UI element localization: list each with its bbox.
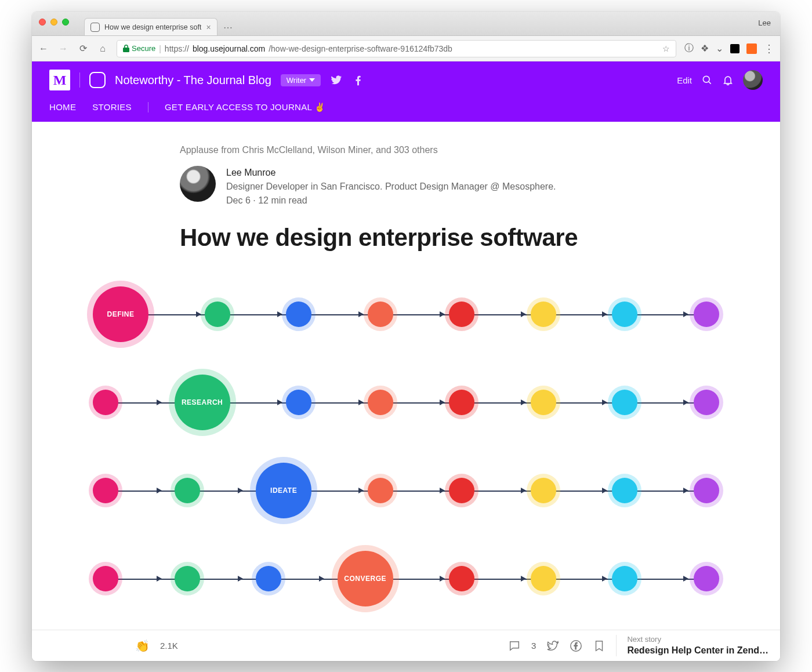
diagram-node xyxy=(205,302,230,327)
diagram-row: CONVERGE xyxy=(93,551,719,606)
search-icon[interactable] xyxy=(701,74,713,86)
forward-button[interactable]: → xyxy=(57,43,69,54)
address-bar[interactable]: Secure | https://blog.usejournal.com/how… xyxy=(117,40,676,57)
article: Applause from Chris McClelland, Wilson M… xyxy=(180,145,632,606)
publication-nav: HOME STORIES GET EARLY ACCESS TO JOURNAL… xyxy=(32,99,780,122)
arrow-icon xyxy=(440,576,445,582)
reload-button[interactable]: ⟳ xyxy=(77,43,89,54)
back-button[interactable]: ← xyxy=(38,43,49,54)
medium-logo[interactable]: M xyxy=(49,70,70,90)
bookmark-icon[interactable] xyxy=(593,640,606,652)
publication-logo[interactable] xyxy=(89,72,106,88)
info-icon[interactable]: ⓘ xyxy=(684,42,694,55)
writer-badge-label: Writer xyxy=(287,76,306,85)
arrow-icon xyxy=(358,311,364,317)
arrow-icon xyxy=(683,576,688,582)
arrow-icon xyxy=(157,488,162,493)
extension-icons: ⓘ ❖ ⌄ ⋮ xyxy=(684,42,774,55)
arrow-icon xyxy=(238,488,243,493)
comments-icon[interactable] xyxy=(508,640,521,652)
author-name[interactable]: Lee Munroe xyxy=(226,166,556,180)
nav-home[interactable]: HOME xyxy=(49,102,76,112)
tab-close-icon[interactable]: × xyxy=(206,23,211,32)
layers-icon[interactable]: ❖ xyxy=(701,43,709,54)
chrome-menu-button[interactable]: ⋮ xyxy=(764,42,774,55)
arrow-icon xyxy=(440,399,445,405)
diagram-node xyxy=(286,390,311,415)
arrow-icon xyxy=(602,311,607,317)
arrow-icon xyxy=(157,399,162,405)
diagram-node xyxy=(612,566,637,591)
diagram-node xyxy=(531,302,556,327)
byline: Lee Munroe Designer Developer in San Fra… xyxy=(180,166,632,208)
clap-icon[interactable]: 👏 xyxy=(135,639,150,653)
diagram-node xyxy=(368,302,393,327)
diagram-row: DEFINE xyxy=(93,286,719,342)
diagram-node-ideate: IDEATE xyxy=(256,463,311,518)
arrow-icon xyxy=(683,488,688,493)
comment-count: 3 xyxy=(531,641,536,651)
arrow-icon xyxy=(683,399,688,405)
arrow-icon xyxy=(319,576,324,582)
arrow-icon xyxy=(602,488,607,493)
svg-line-1 xyxy=(709,82,711,84)
window-close-button[interactable] xyxy=(39,19,46,26)
pocket-icon[interactable]: ⌄ xyxy=(716,43,723,54)
facebook-share-icon[interactable] xyxy=(570,640,582,652)
window-maximize-button[interactable] xyxy=(62,19,69,26)
nav-stories[interactable]: STORIES xyxy=(92,102,132,112)
next-story[interactable]: Next story Redesign Help Center in Zend… xyxy=(616,635,768,657)
arrow-icon xyxy=(196,311,201,317)
arrow-icon xyxy=(521,311,526,317)
diagram-node xyxy=(93,390,118,415)
user-avatar[interactable] xyxy=(743,70,763,90)
article-meta: Dec 6 · 12 min read xyxy=(226,194,556,208)
secure-indicator[interactable]: Secure xyxy=(123,44,155,53)
arrow-icon xyxy=(277,399,282,405)
process-diagram: DEFINE xyxy=(93,286,719,606)
diagram-node xyxy=(368,390,393,415)
chevron-down-icon xyxy=(309,78,315,82)
next-story-title: Redesign Help Center in Zend… xyxy=(627,645,768,657)
extension-icon[interactable] xyxy=(746,43,757,54)
publication-name[interactable]: Noteworthy - The Journal Blog xyxy=(115,74,271,87)
nav-early-access[interactable]: GET EARLY ACCESS TO JOURNAL ✌️ xyxy=(165,102,326,112)
lock-icon xyxy=(123,45,129,52)
writer-badge[interactable]: Writer xyxy=(281,74,321,86)
arrow-icon xyxy=(440,488,445,493)
home-button[interactable]: ⌂ xyxy=(97,43,108,54)
twitter-share-icon[interactable] xyxy=(546,640,559,652)
clap-count: 2.1K xyxy=(160,641,178,651)
arrow-icon xyxy=(521,399,526,405)
browser-tab[interactable]: How we design enterprise soft × xyxy=(84,18,217,35)
bookmark-star-icon[interactable]: ☆ xyxy=(662,44,670,53)
url-scheme: https:// xyxy=(165,44,189,53)
applause-line: Applause from Chris McClelland, Wilson M… xyxy=(180,145,632,155)
notifications-icon[interactable] xyxy=(722,74,734,86)
extension-icon[interactable] xyxy=(730,44,740,53)
article-scroll-area[interactable]: Applause from Chris McClelland, Wilson M… xyxy=(32,122,780,661)
diagram-node xyxy=(449,302,474,327)
diagram-node xyxy=(93,478,118,503)
diagram-node xyxy=(449,478,474,503)
edit-link[interactable]: Edit xyxy=(677,75,692,85)
window-minimize-button[interactable] xyxy=(50,19,57,26)
diagram-node xyxy=(694,302,719,327)
diagram-node xyxy=(286,302,311,327)
diagram-node xyxy=(612,390,637,415)
diagram-node xyxy=(531,390,556,415)
secure-label: Secure xyxy=(132,44,155,53)
browser-window: Lee How we design enterprise soft × ⋯ ← … xyxy=(32,12,780,661)
divider xyxy=(148,102,148,112)
browser-toolbar: ← → ⟳ ⌂ Secure | https://blog.usejournal… xyxy=(32,36,780,61)
url-path: /how-we-design-enterprise-software-91612… xyxy=(269,44,452,53)
arrow-icon xyxy=(602,399,607,405)
facebook-icon[interactable] xyxy=(352,74,365,86)
article-title: How we design enterprise software xyxy=(180,224,632,252)
chrome-profile-label[interactable]: Lee xyxy=(758,19,771,27)
diagram-node xyxy=(612,302,637,327)
twitter-icon[interactable] xyxy=(330,74,343,86)
arrow-icon xyxy=(602,576,607,582)
author-avatar[interactable] xyxy=(180,166,216,202)
new-tab-button[interactable]: ⋯ xyxy=(221,20,235,34)
